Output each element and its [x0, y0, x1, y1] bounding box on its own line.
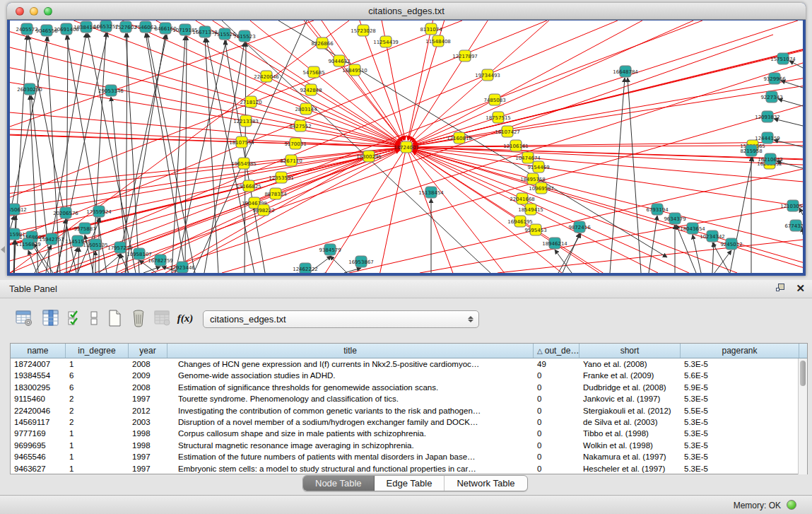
graph-node[interactable]: 12106161 — [503, 140, 529, 151]
window-titlebar[interactable]: citations_edges.txt — [7, 3, 806, 20]
table-row[interactable]: 1456911722003Disruption of a novel membe… — [11, 416, 807, 428]
column-header-year[interactable]: year — [129, 344, 167, 358]
graph-node[interactable]: 9170031 — [284, 138, 306, 149]
delete-rows-icon[interactable] — [129, 308, 148, 328]
graph-node[interactable]: 12103054 — [780, 200, 803, 211]
red-edge — [533, 179, 803, 247]
cell: 2008 — [129, 358, 167, 370]
graph-node[interactable]: 16953867 — [348, 256, 374, 267]
black-edge — [146, 33, 186, 273]
vertical-scrollbar[interactable] — [798, 358, 807, 474]
cell: 19384554 — [11, 370, 66, 381]
graph-node[interactable]: 6774321 — [784, 220, 803, 231]
node-label: 11254439 — [373, 40, 399, 45]
close-panel-icon[interactable]: ✕ — [796, 283, 805, 294]
tab-node-table[interactable]: Node Table — [303, 476, 375, 491]
cell: 5.3E-5 — [681, 428, 799, 439]
node-label: 17957243 — [107, 245, 133, 251]
table-row[interactable]: 2242004622012Investigating the contribut… — [11, 405, 807, 416]
node-label: 7515526 — [213, 32, 236, 37]
graph-node[interactable]: 9044632 — [328, 55, 350, 66]
graph-node[interactable]: 9227343 — [760, 91, 782, 103]
table-settings-icon[interactable] — [14, 308, 34, 328]
memory-ok-icon[interactable] — [787, 500, 796, 510]
graph-node[interactable]: 18043654 — [680, 223, 705, 234]
tab-network-table[interactable]: Network Table — [445, 476, 526, 491]
table-row[interactable]: 977716911998Corpus callosum shape and si… — [11, 428, 807, 439]
graph-node[interactable]: 15138454 — [418, 187, 444, 198]
node-label: 8215958 — [740, 148, 762, 154]
graph-node[interactable]: 9242848 — [300, 84, 322, 95]
graph-node[interactable]: 5475685 — [302, 66, 324, 78]
cell: 5.3E-5 — [681, 451, 799, 462]
graph-node[interactable]: 2405572 — [16, 23, 37, 35]
table-row[interactable]: 1830029562008Estimation of significance … — [11, 382, 807, 393]
table-row[interactable]: 911546021997Tourette syndrome. Phenomeno… — [11, 393, 807, 404]
graph-node[interactable]: 12923446 — [170, 262, 195, 273]
graph-node[interactable]: 12462222 — [293, 263, 318, 273]
graph-node[interactable]: 7615523 — [233, 30, 255, 42]
column-header-pagerank[interactable]: pagerank — [681, 344, 799, 358]
show-column-icon[interactable] — [41, 308, 61, 328]
graph-node[interactable]: 16648784 — [613, 66, 638, 77]
new-table-icon[interactable] — [105, 308, 124, 328]
table-row[interactable]: 969969511998Structural magnetic resonanc… — [11, 440, 807, 451]
node-label: 9154469 — [527, 165, 549, 170]
node-label: 16849510 — [342, 68, 367, 74]
graph-node[interactable]: 7546062 — [134, 21, 156, 33]
node-label: 11548408 — [425, 39, 451, 45]
table-row[interactable]: 1938455462009Genome-wide association stu… — [11, 370, 807, 381]
table-row[interactable]: 1872400712008Changes of HCN gene express… — [11, 358, 807, 370]
row-height-icon[interactable] — [84, 308, 104, 328]
black-edge — [799, 208, 803, 215]
graph-node[interactable]: 16107427 — [495, 126, 520, 137]
graph-node[interactable]: 6793194 — [646, 204, 669, 215]
graph-node[interactable]: 1527602 — [114, 21, 136, 33]
graph-node[interactable]: 8427552 — [289, 120, 311, 132]
graph-node[interactable]: 8131074 — [420, 23, 442, 35]
node-label: 20450612 — [10, 207, 27, 213]
graph-node[interactable]: 10234342 — [700, 230, 725, 242]
graph-node[interactable]: 22420046 — [254, 71, 279, 82]
graph-node[interactable]: 8267110 — [280, 155, 302, 166]
graph-node[interactable]: 12353591 — [269, 172, 294, 183]
table-row[interactable]: 946554611997Estimation of the future num… — [11, 451, 807, 462]
node-label: 12444159 — [755, 136, 780, 141]
column-header-title[interactable]: title — [167, 344, 534, 358]
node-label: 22041668 — [510, 197, 535, 202]
column-header-in_degree[interactable]: in_degree — [66, 344, 129, 358]
red-edge — [380, 147, 406, 273]
scrollbar-thumb[interactable] — [800, 361, 806, 386]
node-label: 2718120 — [240, 100, 261, 105]
tab-edge-table[interactable]: Edge Table — [375, 476, 445, 491]
table-select-dropdown[interactable]: citations_edges.txt — [203, 310, 479, 328]
graph-node[interactable]: 2803144 — [295, 103, 317, 115]
column-header-out_de[interactable]: △out_de… — [534, 344, 579, 358]
table-row[interactable]: 946362711997Embryonic stem cells: a mode… — [11, 463, 807, 474]
node-label: 18724007 — [394, 145, 419, 151]
graph-node[interactable]: 15723028 — [351, 25, 376, 36]
graph-node[interactable]: 18757515 — [486, 112, 511, 123]
function-builder-icon[interactable]: f(x) — [175, 308, 195, 328]
network-canvas[interactable]: 1830029522420046271812012213383181075541… — [10, 21, 803, 273]
graph-node[interactable]: 11254439 — [373, 36, 399, 47]
float-panel-icon[interactable] — [776, 283, 787, 294]
cell: 5.9E-5 — [681, 382, 799, 393]
column-header-name[interactable]: name — [11, 344, 66, 358]
graph-node[interactable]: 9634379 — [664, 213, 686, 224]
graph-node[interactable]: 12444159 — [755, 132, 780, 144]
graph-node[interactable]: 9595453 — [524, 224, 546, 235]
node-label: 13505135 — [83, 243, 108, 248]
cell: 0 — [534, 382, 579, 393]
cell: Embryonic stem cells: a model to study s… — [167, 463, 534, 474]
cell: 18300295 — [11, 382, 66, 393]
cell: 6 — [66, 370, 129, 381]
graph-node[interactable]: 9872416 — [568, 221, 591, 233]
splitter-collapse-arrow[interactable] — [1, 246, 5, 253]
graph-node[interactable]: 8226866 — [311, 37, 334, 49]
column-header-short[interactable]: short — [579, 344, 681, 358]
node-label: 18549415 — [518, 207, 543, 213]
graph-node[interactable]: 18549415 — [518, 204, 543, 215]
select-columns-icon[interactable] — [65, 308, 85, 328]
graph-node[interactable]: 12217897 — [452, 50, 478, 62]
